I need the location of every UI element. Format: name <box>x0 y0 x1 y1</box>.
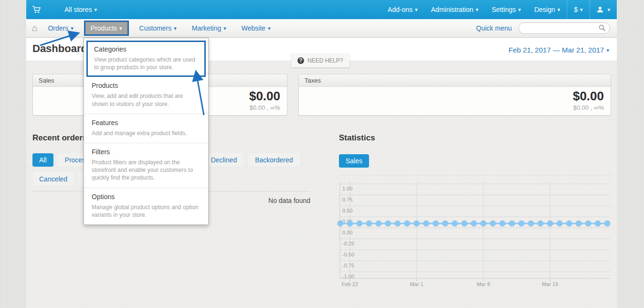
dropdown-item-desc: Product filters are displayed on the sto… <box>92 159 201 182</box>
menu-addons[interactable]: Add-ons <box>381 6 424 13</box>
main-nav-bar: ⌂ Orders Products Customers Marketing We… <box>26 19 617 38</box>
topbar-separator <box>590 0 617 19</box>
svg-text:Mar 15: Mar 15 <box>542 281 558 287</box>
taxes-panel-title: Taxes <box>299 74 611 87</box>
dropdown-item-desc: View, add and edit products that are sho… <box>92 92 201 107</box>
dropdown-item-desc: Manage global product options and option… <box>92 203 201 219</box>
currency-menu[interactable]: $ <box>567 6 589 13</box>
svg-text:0.50: 0.50 <box>342 208 352 213</box>
page-title: Dashboard <box>32 42 87 55</box>
dropdown-item-categories[interactable]: Categories View product categories which… <box>86 41 206 77</box>
top-admin-bar: All stores Add-ons Administration Settin… <box>26 0 617 20</box>
svg-text:0.00: 0.00 <box>342 230 352 235</box>
need-help-button[interactable]: NEED HELP? <box>291 53 349 67</box>
need-help-label: NEED HELP? <box>307 57 343 64</box>
user-account-menu[interactable] <box>590 6 617 13</box>
search-input[interactable] <box>518 22 610 34</box>
dropdown-item-filters[interactable]: Filters Product filters are displayed on… <box>84 143 208 188</box>
topbar-separator: $ <box>567 0 589 19</box>
nav-item-orders[interactable]: Orders <box>40 24 81 32</box>
svg-text:Mar 1: Mar 1 <box>410 281 423 287</box>
nav-item-website[interactable]: Website <box>234 24 278 32</box>
products-dropdown-menu: Categories View product categories which… <box>84 38 209 225</box>
dropdown-item-desc: View product categories which are used t… <box>94 56 198 71</box>
filter-declined[interactable]: Declined <box>204 153 243 167</box>
nav-item-customers[interactable]: Customers <box>132 24 184 32</box>
dropdown-item-title: Features <box>92 119 201 127</box>
topbar-right-menus: Add-ons Administration Settings Design $ <box>381 0 617 19</box>
dropdown-item-title: Filters <box>92 148 201 156</box>
statistics-divider <box>339 175 610 175</box>
svg-text:0.75: 0.75 <box>342 197 352 202</box>
taxes-panel-value: $0.00 <box>299 88 604 104</box>
dropdown-item-desc: Add and manage extra product fields. <box>92 129 201 137</box>
filter-canceled[interactable]: Canceled <box>32 172 74 186</box>
svg-text:-0.50: -0.50 <box>342 252 354 257</box>
user-icon <box>597 6 603 13</box>
cs-cart-admin-window: All stores Add-ons Administration Settin… <box>0 0 644 308</box>
filter-backordered[interactable]: Backordered <box>248 153 299 167</box>
question-mark-icon <box>297 57 304 64</box>
search-box <box>518 22 610 34</box>
menu-design[interactable]: Design <box>528 6 567 13</box>
menu-settings[interactable]: Settings <box>485 6 528 13</box>
dropdown-item-products[interactable]: Products View, add and edit products tha… <box>84 77 208 114</box>
svg-text:Feb 22: Feb 22 <box>342 281 358 287</box>
svg-text:-0.75: -0.75 <box>342 263 354 268</box>
home-icon[interactable]: ⌂ <box>32 23 37 33</box>
statistics-sales-button[interactable]: Sales <box>339 154 369 168</box>
cart-icon <box>32 5 42 14</box>
quick-menu-link[interactable]: Quick menu <box>476 24 512 32</box>
dropdown-item-options[interactable]: Options Manage global product options an… <box>84 188 208 224</box>
sales-line-chart: 1.000.750.500.250.00-0.25-0.50-0.75-1.00… <box>337 179 613 294</box>
dropdown-item-title: Options <box>92 193 201 201</box>
recent-orders-title: Recent orders <box>32 133 87 143</box>
menu-administration[interactable]: Administration <box>424 6 485 13</box>
svg-text:1.00: 1.00 <box>342 186 352 191</box>
nav-item-products[interactable]: Products <box>84 21 129 36</box>
taxes-panel: Taxes $0.00 $0.00 , ∞% <box>298 74 611 116</box>
nav-right-tools: Quick menu <box>476 22 617 34</box>
statistics-title: Statistics <box>339 133 375 143</box>
taxes-panel-subvalue: $0.00 , ∞% <box>299 104 604 112</box>
dropdown-item-title: Products <box>92 82 201 89</box>
store-selector[interactable]: All stores <box>58 6 104 13</box>
svg-text:Mar 8: Mar 8 <box>476 281 490 287</box>
dropdown-item-title: Categories <box>94 45 198 53</box>
date-range-selector[interactable]: Feb 21, 2017 — Mar 21, 2017 <box>508 46 609 54</box>
nav-item-marketing[interactable]: Marketing <box>184 24 234 32</box>
search-icon[interactable] <box>599 24 606 33</box>
svg-text:-0.25: -0.25 <box>342 241 354 246</box>
filter-all[interactable]: All <box>32 153 53 167</box>
dropdown-item-features[interactable]: Features Add and manage extra product fi… <box>84 114 208 143</box>
